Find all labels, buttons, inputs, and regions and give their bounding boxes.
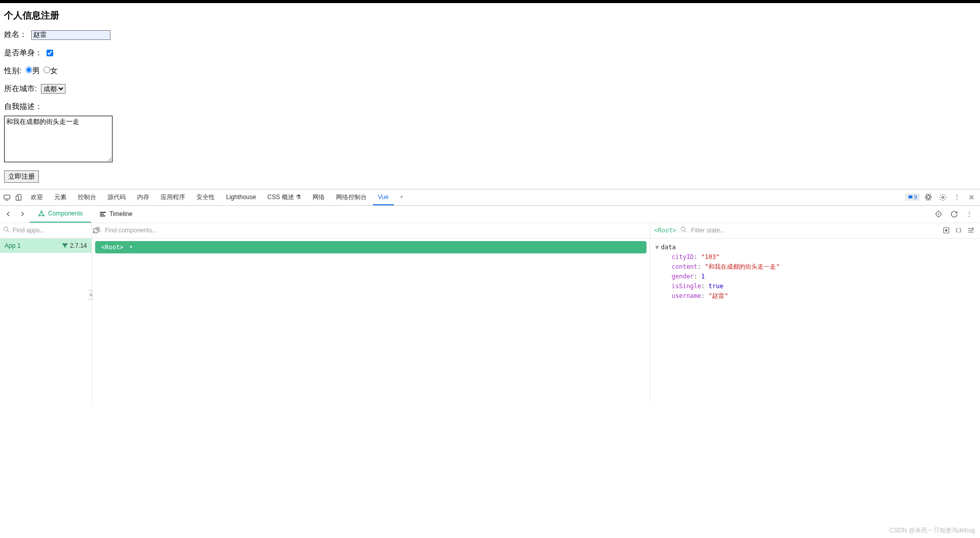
name-label: 姓名： (4, 30, 27, 38)
tab-lighthouse[interactable]: Lighthouse (221, 189, 261, 205)
search-icon (3, 226, 10, 234)
svg-rect-3 (16, 196, 18, 200)
svg-rect-0 (4, 195, 9, 199)
vue-body: App 1 2.7.14 ◂ <Root> • (0, 223, 980, 402)
vue-devtools-header: Components Timeline ⋮ (0, 206, 980, 223)
single-label: 是否单身： (4, 48, 42, 57)
svg-line-31 (684, 230, 686, 232)
tab-sources[interactable]: 源代码 (102, 189, 131, 205)
name-row: 姓名： (4, 30, 976, 40)
apps-search-row (0, 223, 92, 239)
devtools-panel: 欢迎 元素 控制台 源代码 内存 应用程序 安全性 Lighthouse CSS… (0, 189, 980, 402)
gender-row: 性别: 男 女 (4, 66, 976, 76)
svg-line-27 (7, 230, 9, 232)
comp-search-input[interactable] (105, 227, 647, 234)
close-icon[interactable] (966, 191, 977, 203)
tab-application[interactable]: 应用程序 (155, 189, 190, 205)
gender-male-radio[interactable] (26, 67, 32, 73)
state-root-tag: <Root> (654, 227, 676, 234)
tab-css-overview[interactable]: CSS 概述⚗ (262, 189, 306, 205)
svg-rect-17 (100, 212, 106, 213)
tab-more[interactable]: + (395, 189, 407, 205)
city-select[interactable]: 成都 (41, 84, 65, 94)
svg-point-13 (43, 215, 44, 216)
crosshair-icon[interactable] (933, 208, 944, 220)
timeline-icon (99, 210, 106, 218)
issues-count: 9 (914, 194, 917, 200)
vue-header-actions: ⋮ (933, 208, 979, 220)
page-title: 个人信息注册 (4, 9, 976, 21)
search-icon-3 (680, 226, 687, 234)
prop-gender[interactable]: gender: 1 (655, 272, 975, 282)
expand-icon[interactable] (966, 225, 976, 235)
state-column: <Root> (650, 223, 980, 402)
state-data-tree: ▼data cityID: "103" content: "和我在成都的街头走一… (650, 239, 980, 305)
vue-version-badge: 2.7.14 (62, 242, 87, 249)
svg-point-21 (938, 213, 939, 214)
desc-textarea[interactable] (4, 116, 113, 162)
state-filter-input[interactable] (691, 227, 937, 234)
kebab-icon-2[interactable]: ⋮ (964, 208, 975, 220)
flask-icon: ⚗ (296, 193, 301, 201)
svg-point-28 (96, 227, 100, 231)
scroll-into-view-icon[interactable] (941, 225, 951, 235)
react-icon[interactable] (923, 191, 934, 203)
svg-line-14 (39, 212, 41, 215)
prop-content[interactable]: content: "和我在成都的街头走一走" (655, 262, 975, 272)
submit-button[interactable]: 立即注册 (4, 170, 39, 183)
prop-username[interactable]: username: "赵雷" (655, 291, 975, 301)
svg-line-29 (99, 230, 101, 232)
nav-back-icon[interactable] (1, 207, 15, 221)
tab-vue[interactable]: Vue (373, 189, 394, 205)
tab-elements[interactable]: 元素 (49, 189, 72, 205)
city-row: 所在城市: 成都 (4, 84, 976, 94)
issues-badge[interactable]: 9 (905, 193, 920, 201)
prop-cityid[interactable]: cityID: "103" (655, 252, 975, 262)
vue-logo-icon (62, 243, 68, 249)
refresh-icon[interactable] (948, 208, 960, 220)
gear-icon[interactable] (937, 191, 948, 203)
tab-security[interactable]: 安全性 (191, 189, 220, 205)
svg-point-8 (942, 196, 944, 198)
kebab-icon[interactable]: ⋮ (951, 191, 963, 203)
gender-female-label: 女 (50, 66, 58, 75)
state-header: <Root> (650, 223, 980, 239)
root-marker: • (129, 244, 133, 251)
app-name-label: App 1 (5, 242, 20, 249)
nav-forward-icon[interactable] (15, 207, 30, 221)
desc-label: 自我描述： (4, 102, 42, 111)
svg-rect-4 (908, 196, 912, 199)
tab-timeline[interactable]: Timeline (91, 205, 141, 223)
tab-components-label: Components (48, 210, 83, 217)
tab-memory[interactable]: 内存 (132, 189, 154, 205)
name-input[interactable] (31, 30, 110, 40)
single-checkbox[interactable] (47, 50, 53, 56)
comp-search-row (92, 223, 650, 239)
apps-search-input[interactable] (13, 227, 90, 234)
gender-female-radio[interactable] (43, 67, 50, 73)
tab-console[interactable]: 控制台 (73, 189, 101, 205)
apps-column: App 1 2.7.14 (0, 223, 92, 402)
component-root-item[interactable]: <Root> • (95, 241, 647, 253)
city-label: 所在城市: (4, 84, 37, 93)
tab-timeline-label: Timeline (109, 210, 132, 218)
tab-components[interactable]: Components (30, 205, 91, 223)
tab-welcome[interactable]: 欢迎 (26, 189, 48, 205)
gender-label: 性别: (4, 66, 21, 75)
svg-point-26 (4, 227, 8, 231)
desc-row: 自我描述： (4, 102, 976, 162)
chevron-down-icon: ▼ (655, 243, 659, 252)
prop-issingle[interactable]: isSingle: true (655, 282, 975, 291)
tab-network[interactable]: 网络 (307, 189, 330, 205)
vue-version-text: 2.7.14 (70, 242, 87, 249)
data-section-header[interactable]: ▼data (655, 243, 975, 252)
svg-rect-19 (100, 216, 105, 217)
app-item[interactable]: App 1 2.7.14 (0, 239, 92, 253)
tab-network-console[interactable]: 网络控制台 (331, 189, 372, 205)
device-icon[interactable] (13, 191, 25, 203)
inspect-icon[interactable] (1, 191, 12, 203)
collapse-handle-icon[interactable]: ◂ (88, 290, 93, 300)
registration-form: 个人信息注册 姓名： 是否单身： 性别: 男 女 所在城市: 成都 自我描述： … (0, 3, 980, 189)
svg-point-12 (39, 215, 40, 216)
inspect-dom-icon[interactable] (953, 225, 964, 235)
